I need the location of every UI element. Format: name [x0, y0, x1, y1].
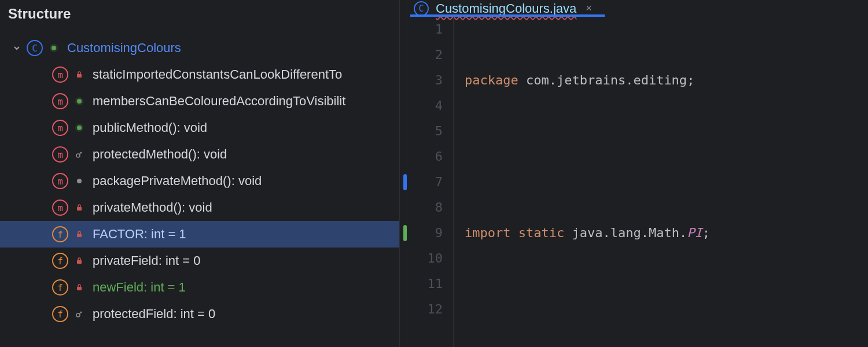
- visibility-public-icon: [49, 43, 59, 53]
- line-number[interactable]: 10: [400, 246, 443, 271]
- editor-tab-filename: CustomisingColours.java: [436, 1, 576, 16]
- method-icon: m: [52, 93, 68, 109]
- line-number[interactable]: 3: [400, 68, 443, 93]
- visibility-private-icon: [74, 229, 84, 239]
- structure-panel: Structure C CustomisingColours mstaticIm…: [0, 0, 399, 347]
- line-number[interactable]: 11: [400, 271, 443, 297]
- method-icon: m: [52, 120, 68, 136]
- visibility-private-icon: [74, 69, 84, 80]
- tree-member-label: publicMethod(): void: [93, 120, 207, 135]
- editor-tab[interactable]: C CustomisingColours.java ×: [410, 0, 605, 17]
- vcs-modified-marker[interactable]: [403, 174, 407, 190]
- visibility-private-icon: [74, 256, 84, 266]
- tree-member-label: membersCanBeColouredAccordingToVisibilit: [93, 94, 345, 109]
- visibility-protected-icon: [74, 309, 84, 319]
- svg-rect-0: [77, 74, 82, 77]
- tree-member[interactable]: mpublicMethod(): void: [0, 115, 399, 141]
- tree-member[interactable]: mpackagePrivateMethod(): void: [0, 168, 399, 194]
- visibility-public-icon: [74, 123, 84, 133]
- vcs-added-marker[interactable]: [403, 225, 407, 241]
- line-number[interactable]: 6: [400, 144, 443, 169]
- line-number[interactable]: 8: [400, 195, 443, 220]
- code-editor: C CustomisingColours.java × 123456789101…: [399, 0, 868, 347]
- method-icon: m: [52, 146, 68, 163]
- tree-member-label: protectedField: int = 0: [93, 307, 215, 322]
- tree-member[interactable]: fprotectedField: int = 0: [0, 301, 399, 327]
- tree-member-label: privateMethod(): void: [93, 200, 212, 215]
- line-number[interactable]: 7: [400, 169, 443, 195]
- tree-member-label: packagePrivateMethod(): void: [93, 174, 262, 189]
- method-icon: m: [52, 200, 68, 216]
- method-icon: m: [52, 67, 68, 83]
- code-line: import static java.lang.Math.PI;: [465, 220, 796, 246]
- line-number[interactable]: 9: [400, 220, 443, 246]
- code-area[interactable]: 123456789101112 package com.jetbrains.ed…: [400, 17, 868, 347]
- tree-member[interactable]: fFACTOR: int = 1: [0, 221, 399, 248]
- code-line: package com.jetbrains.editing;: [465, 68, 796, 93]
- tree-member-label: privateField: int = 0: [93, 253, 200, 268]
- line-number[interactable]: 1: [400, 17, 443, 42]
- visibility-protected-icon: [74, 149, 84, 160]
- visibility-public-icon: [74, 96, 84, 106]
- svg-rect-2: [77, 207, 82, 211]
- line-number[interactable]: 4: [400, 93, 443, 119]
- field-icon: f: [52, 226, 68, 242]
- svg-rect-5: [77, 287, 82, 290]
- tree-member-label: FACTOR: int = 1: [93, 227, 186, 242]
- tree-root[interactable]: C CustomisingColours: [0, 35, 399, 61]
- method-icon: m: [52, 173, 68, 189]
- code-line: [465, 144, 796, 169]
- tree-member[interactable]: fnewField: int = 1: [0, 274, 399, 301]
- java-class-icon: C: [414, 1, 429, 16]
- line-gutter: 123456789101112: [400, 17, 453, 347]
- tree-member[interactable]: mmembersCanBeColouredAccordingToVisibili…: [0, 88, 399, 115]
- class-icon: C: [27, 40, 43, 56]
- tree-member[interactable]: fprivateField: int = 0: [0, 248, 399, 274]
- visibility-private-icon: [74, 202, 84, 213]
- tree-member[interactable]: mstaticImportedConstantsCanLookDifferent…: [0, 61, 399, 88]
- line-number[interactable]: 12: [400, 297, 443, 322]
- tree-member[interactable]: mprotectedMethod(): void: [0, 141, 399, 168]
- visibility-private-icon: [74, 282, 84, 293]
- tree-member-label: protectedMethod(): void: [93, 147, 227, 162]
- svg-rect-3: [77, 234, 82, 237]
- svg-rect-4: [77, 260, 82, 264]
- chevron-down-icon[interactable]: [10, 42, 23, 54]
- field-icon: f: [52, 279, 68, 296]
- line-number[interactable]: 2: [400, 42, 443, 68]
- editor-tabbar: C CustomisingColours.java ×: [400, 0, 868, 17]
- field-icon: f: [52, 253, 68, 269]
- structure-title: Structure: [0, 0, 399, 32]
- visibility-package-icon: [74, 176, 84, 186]
- tree-member-label: newField: int = 1: [93, 280, 186, 295]
- tree-member-label: staticImportedConstantsCanLookDifferentT…: [93, 67, 342, 82]
- tree-member[interactable]: mprivateMethod(): void: [0, 194, 399, 221]
- structure-tree: C CustomisingColours mstaticImportedCons…: [0, 32, 399, 327]
- field-icon: f: [52, 306, 68, 322]
- tree-root-label: CustomisingColours: [67, 40, 181, 56]
- source-text[interactable]: package com.jetbrains.editing; import st…: [454, 17, 796, 347]
- line-number[interactable]: 5: [400, 119, 443, 144]
- code-line: [465, 297, 796, 322]
